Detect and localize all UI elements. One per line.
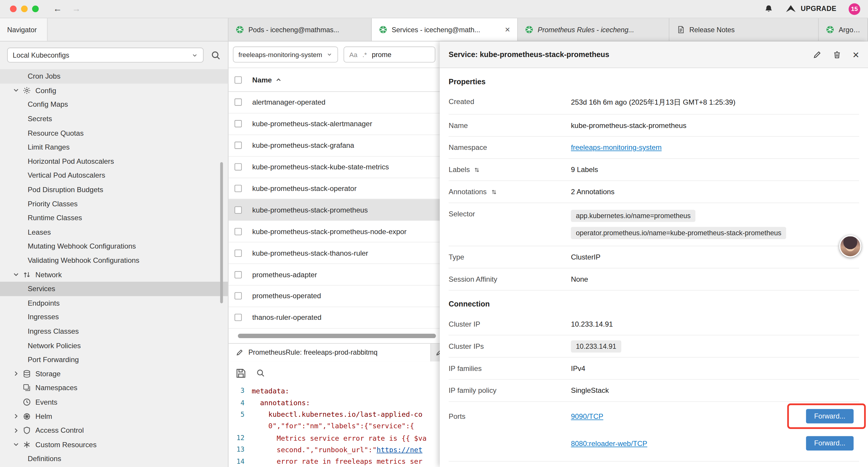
tab-services-icecheng-math[interactable]: Services - icecheng@math...× bbox=[372, 18, 518, 41]
upgrade-button[interactable]: UPGRADE bbox=[786, 5, 837, 13]
sidebar-item-secrets[interactable]: Secrets bbox=[0, 112, 228, 126]
notification-badge[interactable]: 15 bbox=[848, 3, 860, 14]
search-input[interactable]: Aa .* prome bbox=[344, 47, 435, 62]
zoom-window-button[interactable] bbox=[32, 6, 39, 12]
table-row-kube-prometheus-stack-thanos-r[interactable]: kube-prometheus-stack-thanos-ruler bbox=[228, 243, 440, 264]
sidebar-item-horizontal-pod-autoscalers[interactable]: Horizontal Pod Autoscalers bbox=[0, 154, 228, 169]
sidebar-item-network[interactable]: Network bbox=[0, 267, 228, 282]
namespace-link[interactable]: freeleaps-monitoring-system bbox=[571, 143, 661, 152]
table-row-kube-prometheus-stack-kube-sta[interactable]: kube-prometheus-stack-kube-state-metrics bbox=[228, 156, 440, 178]
name-column-header[interactable]: Name bbox=[252, 76, 282, 84]
sidebar-item-config-maps[interactable]: Config Maps bbox=[0, 97, 228, 112]
save-icon[interactable] bbox=[236, 368, 246, 379]
row-checkbox[interactable] bbox=[235, 164, 242, 171]
sidebar-item-vertical-pod-autoscalers[interactable]: Vertical Pod Autoscalers bbox=[0, 169, 228, 183]
close-icon[interactable]: × bbox=[852, 49, 859, 60]
service-name: kube-prometheus-stack-kube-state-metrics bbox=[252, 163, 389, 171]
match-case-toggle[interactable]: Aa bbox=[349, 51, 358, 58]
forward-button[interactable]: Forward... bbox=[806, 409, 854, 424]
row-checkbox[interactable] bbox=[235, 250, 242, 257]
tab-release-notes[interactable]: Release Notes bbox=[670, 18, 819, 41]
table-row-alertmanager-operated[interactable]: alertmanager-operated bbox=[228, 92, 440, 114]
detail-row-ports: Ports9090/TCPForward...8080:reloader-web… bbox=[449, 402, 859, 461]
sidebar-item-custom-resources[interactable]: Custom Resources bbox=[0, 437, 228, 451]
namespace-filter[interactable]: freeleaps-monitoring-system bbox=[233, 47, 338, 62]
detail-label: Ports bbox=[449, 405, 571, 420]
editor-tab-prometheusrule[interactable]: PrometheusRule: freeleaps-prod-rabbitmq bbox=[228, 344, 431, 361]
row-checkbox[interactable] bbox=[235, 206, 242, 213]
detail-text: 10.233.14.91 bbox=[571, 320, 613, 328]
row-checkbox[interactable] bbox=[235, 293, 242, 300]
editor-tab-next[interactable] bbox=[431, 344, 440, 361]
table-row-kube-prometheus-stack-alertman[interactable]: kube-prometheus-stack-alertmanager bbox=[228, 114, 440, 135]
search-icon[interactable] bbox=[211, 50, 221, 60]
sidebar-item-runtime-classes[interactable]: Runtime Classes bbox=[0, 211, 228, 225]
select-all-checkbox[interactable] bbox=[235, 76, 242, 83]
sidebar-item-cron-jobs[interactable]: Cron Jobs bbox=[0, 69, 228, 83]
close-tab-icon[interactable]: × bbox=[505, 25, 510, 34]
tab-pods-icecheng-mathmas[interactable]: Pods - icecheng@mathmas... bbox=[228, 18, 372, 41]
sidebar-item-validating-webhook-configurati[interactable]: Validating Webhook Configurations bbox=[0, 253, 228, 267]
port-link[interactable]: 8080:reloader-web/TCP bbox=[571, 439, 647, 447]
sidebar-item-leases[interactable]: Leases bbox=[0, 225, 228, 239]
detail-label: Cluster IPs bbox=[449, 342, 571, 350]
sidebar-item-network-policies[interactable]: Network Policies bbox=[0, 339, 228, 353]
table-row-prometheus-adapter[interactable]: prometheus-adapter bbox=[228, 264, 440, 286]
table-row-kube-prometheus-stack-promethe[interactable]: kube-prometheus-stack-prometheus bbox=[228, 200, 440, 221]
back-arrow-icon[interactable]: ← bbox=[53, 4, 62, 13]
sidebar-item-limit-ranges[interactable]: Limit Ranges bbox=[0, 140, 228, 154]
sidebar-scrollbar[interactable] bbox=[220, 162, 223, 303]
sidebar-item-port-forwarding[interactable]: Port Forwarding bbox=[0, 353, 228, 367]
sidebar-item-storage[interactable]: Storage bbox=[0, 367, 228, 381]
tab-prometheus-rules-icecheng[interactable]: Prometheus Rules - icecheng... bbox=[518, 18, 670, 41]
sidebar-item-label: Port Forwarding bbox=[28, 355, 79, 363]
sidebar-item-label: Endpoints bbox=[28, 299, 60, 307]
sidebar-item-endpoints[interactable]: Endpoints bbox=[0, 296, 228, 310]
sort-asc-icon bbox=[276, 77, 282, 83]
row-checkbox[interactable] bbox=[235, 120, 242, 127]
sidebar-item-label: Runtime Classes bbox=[28, 214, 82, 222]
table-row-kube-prometheus-stack-promethe[interactable]: kube-prometheus-stack-prometheus-node-ex… bbox=[228, 221, 440, 243]
sidebar-item-pod-disruption-budgets[interactable]: Pod Disruption Budgets bbox=[0, 182, 228, 197]
sidebar-item-priority-classes[interactable]: Priority Classes bbox=[0, 197, 228, 211]
row-checkbox[interactable] bbox=[235, 185, 242, 192]
edit-icon[interactable] bbox=[813, 50, 822, 59]
regex-toggle[interactable]: .* bbox=[363, 51, 367, 58]
detail-row-cluster-ip: Cluster IP10.233.14.91 bbox=[449, 313, 859, 335]
sidebar-item-services[interactable]: Services bbox=[0, 282, 228, 296]
row-checkbox[interactable] bbox=[235, 99, 242, 106]
sidebar-item-access-control[interactable]: Access Control bbox=[0, 423, 228, 437]
sidebar-item-mutating-webhook-configuration[interactable]: Mutating Webhook Configurations bbox=[0, 239, 228, 253]
row-checkbox[interactable] bbox=[235, 142, 242, 149]
sidebar-item-helm[interactable]: Helm bbox=[0, 409, 228, 423]
port-link[interactable]: 9090/TCP bbox=[571, 412, 603, 420]
row-checkbox[interactable] bbox=[235, 228, 242, 235]
delete-icon[interactable] bbox=[833, 50, 842, 59]
detail-value: 10.233.14.91 bbox=[571, 320, 859, 328]
navigator-tab[interactable]: Navigator bbox=[0, 18, 48, 41]
sidebar-item-ingresses[interactable]: Ingresses bbox=[0, 310, 228, 324]
row-checkbox[interactable] bbox=[235, 271, 242, 278]
sidebar-item-ingress-classes[interactable]: Ingress Classes bbox=[0, 324, 228, 339]
sidebar-item-events[interactable]: Events bbox=[0, 395, 228, 409]
yaml-editor[interactable]: 3metadata:4 annotations:5 kubectl.kubern… bbox=[228, 385, 440, 467]
minimize-window-button[interactable] bbox=[21, 6, 28, 12]
avatar[interactable] bbox=[839, 235, 862, 258]
sidebar-item-definitions[interactable]: Definitions bbox=[0, 451, 228, 466]
horizontal-scrollbar[interactable] bbox=[238, 334, 436, 338]
forward-button[interactable]: Forward... bbox=[806, 436, 854, 451]
close-window-button[interactable] bbox=[10, 6, 17, 12]
forward-arrow-icon[interactable]: → bbox=[72, 4, 81, 13]
row-checkbox[interactable] bbox=[235, 314, 242, 321]
table-row-prometheus-operated[interactable]: prometheus-operated bbox=[228, 286, 440, 307]
sidebar-item-namespaces[interactable]: Namespaces bbox=[0, 381, 228, 395]
kubeconfig-selector[interactable]: Local Kubeconfigs bbox=[7, 48, 204, 63]
bell-icon[interactable] bbox=[764, 4, 774, 13]
sidebar-item-config[interactable]: Config bbox=[0, 83, 228, 97]
table-row-kube-prometheus-stack-grafana[interactable]: kube-prometheus-stack-grafana bbox=[228, 135, 440, 156]
search-icon[interactable] bbox=[256, 369, 265, 378]
tab-argo-se[interactable]: Argo Se bbox=[819, 18, 868, 41]
sidebar-item-resource-quotas[interactable]: Resource Quotas bbox=[0, 126, 228, 140]
table-row-kube-prometheus-stack-operator[interactable]: kube-prometheus-stack-operator bbox=[228, 178, 440, 200]
table-row-thanos-ruler-operated[interactable]: thanos-ruler-operated bbox=[228, 307, 440, 329]
